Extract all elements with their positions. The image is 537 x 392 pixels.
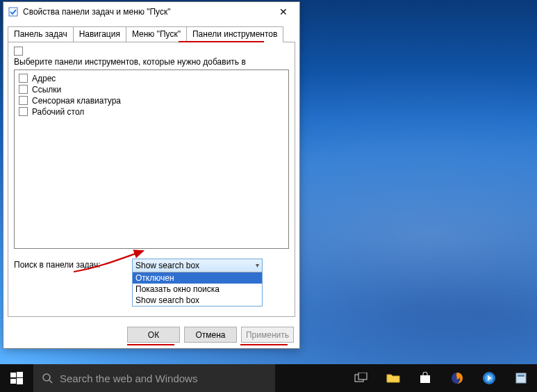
svg-point-5 [43, 374, 50, 381]
taskbar-properties-dialog: Свойства панели задач и меню "Пуск" ✕ Па… [3, 1, 300, 349]
cancel-button[interactable]: Отмена [184, 327, 237, 343]
svg-rect-4 [17, 378, 23, 384]
firefox-button[interactable] [441, 364, 473, 392]
file-explorer-button[interactable] [377, 364, 409, 392]
svg-line-6 [49, 380, 52, 383]
taskbar-spacer [275, 364, 345, 392]
master-checkbox-row[interactable] [14, 47, 289, 56]
dialog-buttons: ОК Отмена Применить [3, 321, 299, 348]
search-on-taskbar-row: Поиск в панели задач: Show search box ▾ … [14, 259, 289, 307]
task-view-button[interactable] [345, 364, 377, 392]
checkbox-icon[interactable] [19, 96, 28, 105]
tab-taskbar[interactable]: Панель задач [8, 26, 74, 42]
app-icon [8, 6, 19, 17]
svg-rect-3 [10, 379, 16, 384]
combobox-dropdown: Отключен Показать окно поиска Show searc… [133, 272, 262, 306]
svg-rect-0 [9, 8, 17, 16]
close-icon: ✕ [279, 6, 288, 17]
svg-rect-1 [10, 373, 16, 377]
search-icon [42, 373, 53, 384]
tabstrip: Панель задач Навигация Меню "Пуск" Панел… [8, 26, 295, 42]
list-item-label: Ссылки [32, 85, 61, 95]
pinned-app-button[interactable] [505, 364, 537, 392]
combobox-selected[interactable]: Show search box ▾ [133, 259, 262, 272]
ok-button[interactable]: ОК [127, 327, 180, 343]
combobox-option[interactable]: Показать окно поиска [133, 284, 262, 295]
checkbox-icon[interactable] [19, 85, 28, 94]
taskbar[interactable]: Search the web and Windows [0, 364, 537, 392]
annotation-underline [127, 344, 174, 345]
list-item[interactable]: Рабочий стол [19, 106, 284, 117]
list-item-label: Рабочий стол [32, 107, 84, 117]
tab-toolbars[interactable]: Панели инструментов [186, 26, 283, 42]
annotation-underline [240, 344, 288, 345]
combobox-option[interactable]: Show search box [133, 295, 262, 306]
list-item[interactable]: Адрес [19, 73, 284, 84]
svg-rect-2 [17, 372, 23, 377]
checkbox-icon[interactable] [19, 74, 28, 83]
tab-start-menu[interactable]: Меню "Пуск" [126, 26, 187, 42]
tab-panel-toolbars: Выберите панели инструментов, которые ну… [8, 42, 295, 317]
checkbox-icon[interactable] [14, 47, 23, 56]
store-button[interactable] [409, 364, 441, 392]
close-button[interactable]: ✕ [267, 2, 299, 22]
list-item[interactable]: Сенсорная клавиатура [19, 95, 284, 106]
combobox-value: Show search box [135, 261, 199, 270]
media-player-button[interactable] [473, 364, 505, 392]
tab-navigation[interactable]: Навигация [73, 26, 126, 42]
window-title: Свойства панели задач и меню "Пуск" [23, 7, 267, 17]
combobox-option[interactable]: Отключен [133, 272, 262, 284]
svg-rect-14 [518, 375, 524, 377]
search-on-taskbar-label: Поиск в панели задач: [14, 259, 125, 270]
svg-rect-8 [358, 373, 367, 379]
search-placeholder: Search the web and Windows [60, 373, 197, 384]
annotation-underline [179, 41, 264, 42]
titlebar[interactable]: Свойства панели задач и меню "Пуск" ✕ [3, 2, 299, 22]
search-mode-combobox[interactable]: Show search box ▾ Отключен Показать окно… [132, 259, 263, 307]
toolbars-listbox[interactable]: Адрес Ссылки Сенсорная клавиатура Рабочи… [14, 70, 289, 249]
list-item-label: Сенсорная клавиатура [32, 96, 121, 106]
apply-button[interactable]: Применить [241, 327, 294, 343]
start-button[interactable] [0, 364, 33, 392]
windows-icon [10, 372, 23, 384]
list-item-label: Адрес [32, 74, 56, 83]
taskbar-search-box[interactable]: Search the web and Windows [33, 364, 275, 392]
panel-instruction: Выберите панели инструментов, которые ну… [14, 57, 289, 68]
list-item[interactable]: Ссылки [19, 84, 284, 95]
chevron-down-icon: ▾ [256, 261, 259, 269]
checkbox-icon[interactable] [19, 107, 28, 116]
svg-rect-9 [420, 375, 430, 383]
